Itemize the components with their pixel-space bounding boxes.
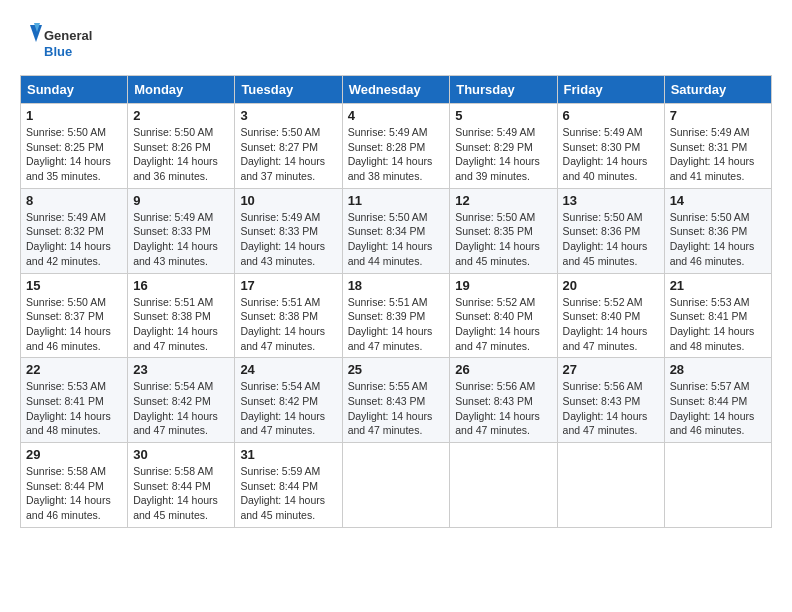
day-info: Sunrise: 5:49 AM Sunset: 8:29 PM Dayligh… <box>455 125 551 184</box>
day-number: 22 <box>26 362 122 377</box>
weekday-header-sunday: Sunday <box>21 76 128 104</box>
day-info: Sunrise: 5:51 AM Sunset: 8:39 PM Dayligh… <box>348 295 445 354</box>
calendar-day-3: 3Sunrise: 5:50 AM Sunset: 8:27 PM Daylig… <box>235 104 342 189</box>
day-info: Sunrise: 5:49 AM Sunset: 8:28 PM Dayligh… <box>348 125 445 184</box>
calendar-week-4: 22Sunrise: 5:53 AM Sunset: 8:41 PM Dayli… <box>21 358 772 443</box>
empty-cell <box>557 443 664 528</box>
day-info: Sunrise: 5:52 AM Sunset: 8:40 PM Dayligh… <box>563 295 659 354</box>
weekday-header-row: SundayMondayTuesdayWednesdayThursdayFrid… <box>21 76 772 104</box>
calendar-day-9: 9Sunrise: 5:49 AM Sunset: 8:33 PM Daylig… <box>128 188 235 273</box>
day-number: 19 <box>455 278 551 293</box>
calendar-week-2: 8Sunrise: 5:49 AM Sunset: 8:32 PM Daylig… <box>21 188 772 273</box>
day-number: 26 <box>455 362 551 377</box>
calendar-day-18: 18Sunrise: 5:51 AM Sunset: 8:39 PM Dayli… <box>342 273 450 358</box>
day-info: Sunrise: 5:54 AM Sunset: 8:42 PM Dayligh… <box>133 379 229 438</box>
day-info: Sunrise: 5:49 AM Sunset: 8:30 PM Dayligh… <box>563 125 659 184</box>
calendar-day-21: 21Sunrise: 5:53 AM Sunset: 8:41 PM Dayli… <box>664 273 771 358</box>
day-info: Sunrise: 5:51 AM Sunset: 8:38 PM Dayligh… <box>240 295 336 354</box>
calendar-day-26: 26Sunrise: 5:56 AM Sunset: 8:43 PM Dayli… <box>450 358 557 443</box>
day-info: Sunrise: 5:53 AM Sunset: 8:41 PM Dayligh… <box>670 295 766 354</box>
day-info: Sunrise: 5:50 AM Sunset: 8:36 PM Dayligh… <box>670 210 766 269</box>
day-number: 12 <box>455 193 551 208</box>
calendar-day-31: 31Sunrise: 5:59 AM Sunset: 8:44 PM Dayli… <box>235 443 342 528</box>
day-number: 4 <box>348 108 445 123</box>
calendar-day-10: 10Sunrise: 5:49 AM Sunset: 8:33 PM Dayli… <box>235 188 342 273</box>
calendar-day-24: 24Sunrise: 5:54 AM Sunset: 8:42 PM Dayli… <box>235 358 342 443</box>
calendar-day-29: 29Sunrise: 5:58 AM Sunset: 8:44 PM Dayli… <box>21 443 128 528</box>
day-number: 21 <box>670 278 766 293</box>
svg-text:Blue: Blue <box>44 44 72 59</box>
calendar-day-12: 12Sunrise: 5:50 AM Sunset: 8:35 PM Dayli… <box>450 188 557 273</box>
weekday-header-tuesday: Tuesday <box>235 76 342 104</box>
calendar-day-16: 16Sunrise: 5:51 AM Sunset: 8:38 PM Dayli… <box>128 273 235 358</box>
day-info: Sunrise: 5:55 AM Sunset: 8:43 PM Dayligh… <box>348 379 445 438</box>
day-info: Sunrise: 5:50 AM Sunset: 8:37 PM Dayligh… <box>26 295 122 354</box>
day-info: Sunrise: 5:56 AM Sunset: 8:43 PM Dayligh… <box>563 379 659 438</box>
calendar-day-28: 28Sunrise: 5:57 AM Sunset: 8:44 PM Dayli… <box>664 358 771 443</box>
calendar-day-4: 4Sunrise: 5:49 AM Sunset: 8:28 PM Daylig… <box>342 104 450 189</box>
weekday-header-friday: Friday <box>557 76 664 104</box>
calendar-day-19: 19Sunrise: 5:52 AM Sunset: 8:40 PM Dayli… <box>450 273 557 358</box>
day-number: 31 <box>240 447 336 462</box>
calendar-day-11: 11Sunrise: 5:50 AM Sunset: 8:34 PM Dayli… <box>342 188 450 273</box>
calendar-day-6: 6Sunrise: 5:49 AM Sunset: 8:30 PM Daylig… <box>557 104 664 189</box>
day-info: Sunrise: 5:49 AM Sunset: 8:31 PM Dayligh… <box>670 125 766 184</box>
calendar-day-7: 7Sunrise: 5:49 AM Sunset: 8:31 PM Daylig… <box>664 104 771 189</box>
day-number: 18 <box>348 278 445 293</box>
calendar-day-30: 30Sunrise: 5:58 AM Sunset: 8:44 PM Dayli… <box>128 443 235 528</box>
day-info: Sunrise: 5:59 AM Sunset: 8:44 PM Dayligh… <box>240 464 336 523</box>
day-number: 20 <box>563 278 659 293</box>
day-number: 10 <box>240 193 336 208</box>
logo-svg: General Blue <box>20 20 100 65</box>
day-info: Sunrise: 5:49 AM Sunset: 8:32 PM Dayligh… <box>26 210 122 269</box>
day-info: Sunrise: 5:58 AM Sunset: 8:44 PM Dayligh… <box>133 464 229 523</box>
day-info: Sunrise: 5:52 AM Sunset: 8:40 PM Dayligh… <box>455 295 551 354</box>
day-info: Sunrise: 5:50 AM Sunset: 8:26 PM Dayligh… <box>133 125 229 184</box>
day-info: Sunrise: 5:50 AM Sunset: 8:36 PM Dayligh… <box>563 210 659 269</box>
day-number: 24 <box>240 362 336 377</box>
weekday-header-monday: Monday <box>128 76 235 104</box>
day-number: 8 <box>26 193 122 208</box>
logo: General Blue <box>20 20 100 65</box>
day-number: 7 <box>670 108 766 123</box>
calendar-week-3: 15Sunrise: 5:50 AM Sunset: 8:37 PM Dayli… <box>21 273 772 358</box>
empty-cell <box>342 443 450 528</box>
day-info: Sunrise: 5:54 AM Sunset: 8:42 PM Dayligh… <box>240 379 336 438</box>
calendar-day-25: 25Sunrise: 5:55 AM Sunset: 8:43 PM Dayli… <box>342 358 450 443</box>
day-number: 3 <box>240 108 336 123</box>
day-info: Sunrise: 5:58 AM Sunset: 8:44 PM Dayligh… <box>26 464 122 523</box>
day-number: 2 <box>133 108 229 123</box>
weekday-header-thursday: Thursday <box>450 76 557 104</box>
day-number: 28 <box>670 362 766 377</box>
day-number: 16 <box>133 278 229 293</box>
empty-cell <box>450 443 557 528</box>
day-number: 30 <box>133 447 229 462</box>
calendar-day-5: 5Sunrise: 5:49 AM Sunset: 8:29 PM Daylig… <box>450 104 557 189</box>
calendar-day-17: 17Sunrise: 5:51 AM Sunset: 8:38 PM Dayli… <box>235 273 342 358</box>
day-info: Sunrise: 5:49 AM Sunset: 8:33 PM Dayligh… <box>240 210 336 269</box>
day-number: 23 <box>133 362 229 377</box>
day-number: 1 <box>26 108 122 123</box>
calendar-day-20: 20Sunrise: 5:52 AM Sunset: 8:40 PM Dayli… <box>557 273 664 358</box>
day-number: 17 <box>240 278 336 293</box>
day-info: Sunrise: 5:57 AM Sunset: 8:44 PM Dayligh… <box>670 379 766 438</box>
calendar-day-13: 13Sunrise: 5:50 AM Sunset: 8:36 PM Dayli… <box>557 188 664 273</box>
day-info: Sunrise: 5:56 AM Sunset: 8:43 PM Dayligh… <box>455 379 551 438</box>
day-number: 13 <box>563 193 659 208</box>
calendar-body: 1Sunrise: 5:50 AM Sunset: 8:25 PM Daylig… <box>21 104 772 528</box>
day-info: Sunrise: 5:50 AM Sunset: 8:27 PM Dayligh… <box>240 125 336 184</box>
day-number: 29 <box>26 447 122 462</box>
calendar-day-14: 14Sunrise: 5:50 AM Sunset: 8:36 PM Dayli… <box>664 188 771 273</box>
day-info: Sunrise: 5:51 AM Sunset: 8:38 PM Dayligh… <box>133 295 229 354</box>
calendar-day-27: 27Sunrise: 5:56 AM Sunset: 8:43 PM Dayli… <box>557 358 664 443</box>
weekday-header-wednesday: Wednesday <box>342 76 450 104</box>
day-number: 11 <box>348 193 445 208</box>
day-number: 5 <box>455 108 551 123</box>
day-number: 15 <box>26 278 122 293</box>
calendar-day-2: 2Sunrise: 5:50 AM Sunset: 8:26 PM Daylig… <box>128 104 235 189</box>
page-header: General Blue <box>20 20 772 65</box>
svg-text:General: General <box>44 28 92 43</box>
empty-cell <box>664 443 771 528</box>
day-info: Sunrise: 5:49 AM Sunset: 8:33 PM Dayligh… <box>133 210 229 269</box>
day-info: Sunrise: 5:50 AM Sunset: 8:35 PM Dayligh… <box>455 210 551 269</box>
